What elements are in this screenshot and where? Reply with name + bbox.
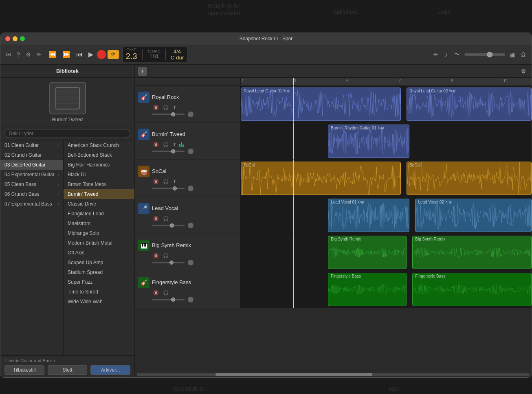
fast-forward-button[interactable]: ⏩ [60,50,73,59]
mute-button-5[interactable]: 🔇 [152,290,160,296]
preset-item-5[interactable]: Burnin' Tweed [64,189,134,199]
add-track-button[interactable]: + [138,67,147,76]
preset-item-8[interactable]: Maelstrom [64,219,134,228]
preset-item-0[interactable]: American Stack Crunch [64,140,134,150]
preset-item-11[interactable]: Off Axis [64,248,134,258]
record-arm-button-0[interactable]: ⬆ [171,105,178,111]
tempo-display: TEMPO 110 [147,49,160,59]
horizontal-scrollbar[interactable] [137,373,530,376]
preset-item-14[interactable]: Super Fuzz [64,277,134,287]
pan-knob-1[interactable] [188,149,193,154]
preset-item-3[interactable]: Black DI [64,170,134,179]
preset-item-2[interactable]: Big Hair Harmonics [64,160,134,170]
wave-block[interactable]: Big Synth Remix [412,236,532,269]
rewind-button[interactable]: ⏪ [46,50,59,59]
wave-block[interactable]: Lead Vocal 02 ↻⊗ [415,199,532,232]
volume-slider-5[interactable] [152,299,185,300]
play-button[interactable]: ▶ [86,50,95,59]
preset-item-7[interactable]: Flangilated Lead [64,209,134,219]
preset-item-16[interactable]: Wide Wide Wah [64,297,134,306]
minimize-button[interactable] [13,36,18,41]
annotation-spor: Spor [388,385,400,392]
maximize-button[interactable] [20,36,25,41]
wave-block[interactable]: Fingerstyle Bass [328,273,407,306]
footer-buttons: Tilbakestill Slett Arkiver... [4,365,130,375]
mute-button-1[interactable]: 🔇 [152,142,160,148]
category-item-1[interactable]: 02 Crunch Guitar› [0,150,63,160]
category-item-2[interactable]: 03 Distorted Guitar› [0,160,63,170]
category-item-5[interactable]: 06 Crunch Bass› [0,189,63,199]
volume-slider-4[interactable] [152,262,185,263]
headphones-button-0[interactable]: 🎧 [162,105,170,111]
preset-item-13[interactable]: Stadium Spread [64,267,134,277]
record-arm-button-1[interactable]: ⬆ [171,142,178,148]
track-waveform-2: SoCalSoCal [241,160,532,197]
pan-knob-5[interactable] [188,297,193,302]
preset-item-12[interactable]: Souped Up Amp [64,258,134,267]
wave-block[interactable]: SoCal [407,162,532,195]
preset-item-15[interactable]: Time to Shred [64,287,134,297]
track-name-1: Burnin' Tweed [152,131,185,137]
pan-knob-0[interactable] [188,112,193,117]
track-header-top: 🎸 Fingerstyle Bass [138,277,237,288]
reset-button[interactable]: Tilbakestill [4,365,44,375]
mute-button-2[interactable]: 🔇 [152,179,160,185]
help-button[interactable]: ? [15,50,22,59]
headphones-button[interactable]: Ω [519,50,528,59]
library-panel: Bibliotek Burnin' Tweed 01 Clean Guitar›… [0,65,135,377]
mute-button-4[interactable]: 🔇 [152,253,160,259]
wave-block[interactable]: Royal Lead Guitar 01 ↻⊗ [241,88,401,121]
wave-block[interactable]: Lead Vocal 01 ↻⊗ [328,199,409,232]
mute-button-0[interactable]: 🔇 [152,105,160,111]
track-controls-4: 🔇 🎧 [138,253,237,259]
preset-item-9[interactable]: Midrange Solo [64,228,134,238]
category-item-4[interactable]: 05 Clean Bass› [0,179,63,189]
settings-button[interactable]: ⚙ [24,50,33,59]
archive-button[interactable]: Arkiver... [90,365,130,375]
cycle-button[interactable]: ⟳ [108,50,119,59]
search-bar [0,127,134,140]
grid-view-button[interactable]: ▦ [508,50,517,59]
category-item-3[interactable]: 04 Experimental Guitar› [0,170,63,179]
headphones-button-2[interactable]: 🎧 [162,179,170,185]
wave-icon[interactable]: 〜 [452,50,462,59]
preset-item-10[interactable]: Modern British Metal [64,238,134,248]
volume-slider-1[interactable] [152,151,185,152]
volume-slider-0[interactable] [152,114,185,115]
record-button[interactable] [97,50,106,59]
category-item-6[interactable]: 07 Experimental Bass› [0,199,63,209]
category-item-0[interactable]: 01 Clean Guitar› [0,140,63,150]
to-start-button[interactable]: ⏮ [74,50,85,59]
track-settings-icon[interactable]: ⚙ [519,67,528,75]
wave-block[interactable]: Royal Lead Guitar 02 ↻⊗ [407,88,532,121]
wave-block[interactable]: Fingerstyle Bass [412,273,532,306]
window-title: Snapshot Rock III - Spor [240,36,293,42]
delete-button[interactable]: Slett [48,365,88,375]
headphones-button-1[interactable]: 🎧 [162,142,170,148]
wave-block[interactable]: Big Synth Remix [328,236,407,269]
master-volume-slider[interactable] [464,53,505,56]
volume-slider-3[interactable] [152,225,185,226]
pan-knob-4[interactable] [188,260,193,265]
sidebar-toggle-button[interactable]: ✉ [4,50,13,59]
category-list: 01 Clean Guitar›02 Crunch Guitar›03 Dist… [0,140,64,355]
preset-item-4[interactable]: Brown Tone Metal [64,179,134,189]
wave-block[interactable]: Burnin' Rhythm Guitar 01 ↻⊗ [328,125,409,158]
headphones-button-3[interactable]: 🎧 [162,216,170,222]
track-header-5: 🎸 Fingerstyle Bass 🔇 🎧 [135,271,241,308]
note-icon[interactable]: ♪ [443,50,450,59]
edit-button[interactable]: ✏ [35,50,43,59]
record-arm-button-2[interactable]: ⬆ [171,179,178,185]
volume-slider-2[interactable] [152,188,185,189]
preset-item-1[interactable]: Bell-Bottomed Stack [64,150,134,160]
pan-knob-3[interactable] [188,223,193,228]
pan-knob-2[interactable] [188,186,193,191]
close-button[interactable] [5,36,10,41]
search-input[interactable] [4,129,130,138]
headphones-button-5[interactable]: 🎧 [162,290,170,296]
mute-button-3[interactable]: 🔇 [152,216,160,222]
headphones-button-4[interactable]: 🎧 [162,253,170,259]
pencil-icon[interactable]: ✏ [431,50,440,59]
wave-block[interactable]: SoCal [241,162,401,195]
preset-item-6[interactable]: Classic Drive [64,199,134,209]
